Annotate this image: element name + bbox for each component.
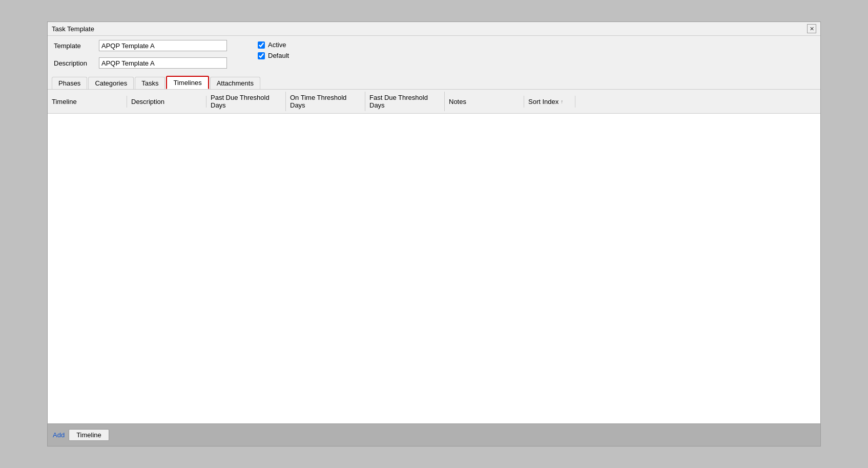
add-button[interactable]: Add <box>53 431 65 439</box>
template-row: Template <box>54 40 227 51</box>
timeline-button[interactable]: Timeline <box>69 429 109 441</box>
tab-timelines[interactable]: Timelines <box>166 76 209 89</box>
col-header-on-time: On Time Threshold Days <box>286 92 365 111</box>
active-row: Active <box>258 41 289 49</box>
grid-header: Timeline Description Past Due Threshold … <box>48 90 820 114</box>
window-title: Task Template <box>52 25 94 33</box>
form-area: Template Description Active Default <box>48 36 820 74</box>
tabs-bar: Phases Categories Tasks Timelines Attach… <box>48 74 820 90</box>
checkboxes-area: Active Default <box>258 41 289 59</box>
title-bar: Task Template ✕ <box>48 22 820 36</box>
col-header-fast-due: Fast Due Threshold Days <box>365 92 445 111</box>
template-input[interactable] <box>99 40 227 51</box>
description-label: Description <box>54 59 95 67</box>
col-header-past-due: Past Due Threshold Days <box>206 92 286 111</box>
template-label: Template <box>54 42 95 50</box>
description-input[interactable] <box>99 57 227 69</box>
close-button[interactable]: ✕ <box>807 24 816 33</box>
tab-tasks[interactable]: Tasks <box>135 77 165 89</box>
left-fields: Template Description <box>54 40 227 72</box>
sort-icon: ↑ <box>561 99 563 104</box>
tab-attachments[interactable]: Attachments <box>210 77 260 89</box>
active-checkbox[interactable] <box>258 41 265 49</box>
col-header-sort-index: Sort Index ↑ <box>524 96 575 108</box>
tab-categories[interactable]: Categories <box>88 77 134 89</box>
content-area: Timeline Description Past Due Threshold … <box>48 90 820 423</box>
default-row: Default <box>258 52 289 59</box>
tab-phases[interactable]: Phases <box>52 77 87 89</box>
task-template-window: Task Template ✕ Template Description Act… <box>47 22 821 446</box>
active-label: Active <box>268 41 286 49</box>
default-checkbox[interactable] <box>258 52 265 59</box>
default-label: Default <box>268 52 289 59</box>
footer-bar: Add Timeline <box>48 423 820 446</box>
col-header-description: Description <box>127 96 206 108</box>
grid-body <box>48 114 820 423</box>
col-header-timeline: Timeline <box>48 96 127 108</box>
col-header-notes: Notes <box>445 96 524 108</box>
description-row: Description <box>54 57 227 69</box>
